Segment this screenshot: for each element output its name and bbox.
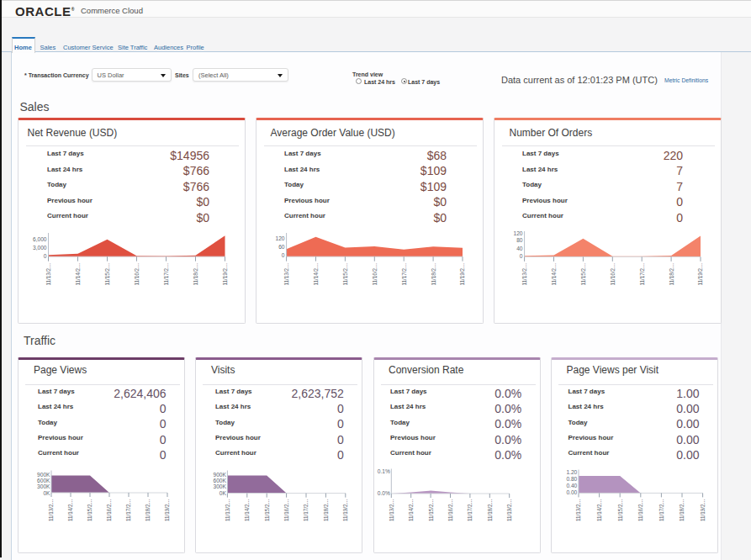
svg-text:11/14/2…: 11/14/2… xyxy=(244,499,250,521)
svg-text:1.20: 1.20 xyxy=(566,469,577,475)
svg-text:0K: 0K xyxy=(43,490,50,496)
svg-text:11/19/2…: 11/19/2… xyxy=(459,263,465,286)
svg-text:11/18/2…: 11/18/2… xyxy=(486,499,492,521)
svg-text:11/14/2…: 11/14/2… xyxy=(75,263,81,286)
svg-text:11/16/2…: 11/16/2… xyxy=(134,263,140,286)
svg-text:11/17/2…: 11/17/2… xyxy=(304,499,309,521)
svg-text:11/15/2…: 11/15/2… xyxy=(580,263,586,286)
svg-text:11/17/2…: 11/17/2… xyxy=(401,263,407,286)
svg-text:60: 60 xyxy=(278,244,285,250)
svg-text:0K: 0K xyxy=(219,490,227,496)
svg-text:11/15/2…: 11/15/2… xyxy=(617,499,623,521)
svg-text:11/16/2…: 11/16/2… xyxy=(106,499,112,521)
svg-text:11/13/2…: 11/13/2… xyxy=(388,499,394,521)
svg-text:11/19/2…: 11/19/2… xyxy=(342,499,348,521)
svg-text:0: 0 xyxy=(282,252,285,258)
svg-text:11/17/2…: 11/17/2… xyxy=(163,263,169,286)
svg-text:11/17/2…: 11/17/2… xyxy=(639,263,645,286)
svg-text:11/17/2…: 11/17/2… xyxy=(658,499,664,521)
svg-text:120: 120 xyxy=(275,235,284,241)
svg-text:900K: 900K xyxy=(214,472,227,478)
svg-text:11/19/2…: 11/19/2… xyxy=(700,499,706,521)
svg-text:11/13/2…: 11/13/2… xyxy=(45,263,51,286)
svg-text:0.1%: 0.1% xyxy=(377,468,389,474)
svg-text:11/14/2…: 11/14/2… xyxy=(408,499,414,521)
svg-text:11/19/2…: 11/19/2… xyxy=(506,499,512,521)
svg-text:300K: 300K xyxy=(214,483,227,489)
svg-text:11/17/2…: 11/17/2… xyxy=(125,499,131,521)
svg-text:11/15/2…: 11/15/2… xyxy=(104,263,110,286)
svg-text:11/13/2…: 11/13/2… xyxy=(225,499,230,521)
svg-text:120: 120 xyxy=(513,230,522,236)
svg-text:11/14/2…: 11/14/2… xyxy=(67,499,73,521)
svg-text:0.0%: 0.0% xyxy=(377,490,389,496)
svg-text:11/15/2…: 11/15/2… xyxy=(264,499,270,521)
svg-text:11/16/2…: 11/16/2… xyxy=(637,499,643,521)
svg-text:11/13/2…: 11/13/2… xyxy=(48,499,54,521)
svg-text:600K: 600K xyxy=(214,478,227,483)
svg-text:11/15/2…: 11/15/2… xyxy=(342,263,348,286)
svg-text:11/18/2…: 11/18/2… xyxy=(145,499,151,521)
svg-text:11/18/2…: 11/18/2… xyxy=(679,499,685,521)
svg-text:11/19/2…: 11/19/2… xyxy=(222,263,228,286)
svg-text:11/19/2…: 11/19/2… xyxy=(697,263,703,286)
svg-text:900K: 900K xyxy=(37,472,50,478)
svg-text:11/15/2…: 11/15/2… xyxy=(427,499,433,521)
svg-text:0.80: 0.80 xyxy=(566,476,577,482)
svg-text:11/16/2…: 11/16/2… xyxy=(283,499,289,521)
svg-text:11/13/2…: 11/13/2… xyxy=(575,499,581,521)
svg-text:11/13/2…: 11/13/2… xyxy=(283,263,289,286)
svg-text:11/18/2…: 11/18/2… xyxy=(193,263,198,286)
svg-text:11/16/2…: 11/16/2… xyxy=(610,263,616,286)
svg-text:80: 80 xyxy=(516,237,523,243)
svg-text:300K: 300K xyxy=(37,483,50,489)
svg-text:0: 0 xyxy=(44,253,47,259)
svg-text:11/17/2…: 11/17/2… xyxy=(467,499,473,521)
svg-text:6,000: 6,000 xyxy=(33,236,47,242)
svg-text:600K: 600K xyxy=(37,478,50,483)
svg-text:0.00: 0.00 xyxy=(566,489,577,495)
svg-text:11/14/2…: 11/14/2… xyxy=(551,263,557,286)
svg-text:11/16/2…: 11/16/2… xyxy=(372,263,378,286)
svg-text:11/14/2…: 11/14/2… xyxy=(596,499,602,521)
svg-text:11/14/2…: 11/14/2… xyxy=(313,263,319,286)
svg-text:0: 0 xyxy=(520,253,523,259)
svg-text:3,000: 3,000 xyxy=(33,245,47,251)
svg-text:11/19/2…: 11/19/2… xyxy=(164,499,170,521)
svg-text:11/18/2…: 11/18/2… xyxy=(431,263,436,286)
svg-text:40: 40 xyxy=(516,246,523,251)
svg-text:11/13/2…: 11/13/2… xyxy=(521,263,527,286)
svg-text:11/18/2…: 11/18/2… xyxy=(323,499,329,521)
svg-text:0.40: 0.40 xyxy=(566,483,577,489)
svg-text:11/18/2…: 11/18/2… xyxy=(669,263,674,286)
svg-text:11/15/2…: 11/15/2… xyxy=(87,499,93,521)
svg-text:11/16/2…: 11/16/2… xyxy=(447,499,453,521)
